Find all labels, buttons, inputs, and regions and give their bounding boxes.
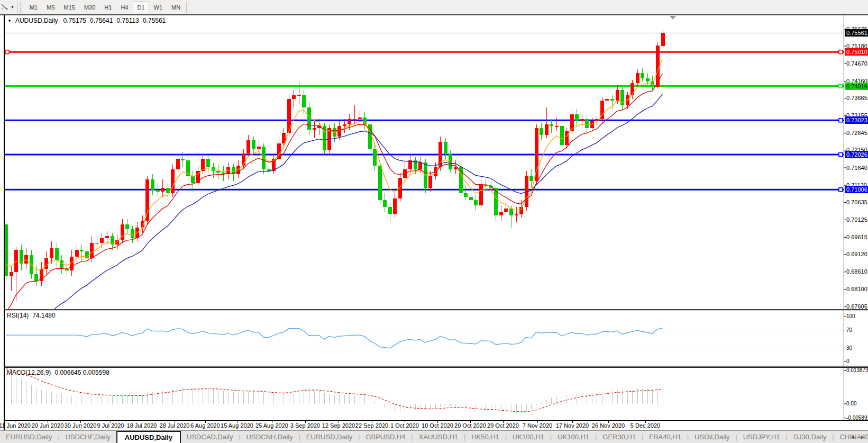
date-axis-label: 30 Jun 2020 (65, 422, 97, 429)
rsi-axis-label: 30 (846, 345, 852, 351)
date-axis-label: 5 Dec 2020 (631, 422, 660, 429)
hline-handle-right-0.73023 (839, 119, 843, 122)
rsi-line (6, 328, 663, 348)
ohlc-high: 0.75641 (90, 17, 113, 24)
price-axis-label: 0.70125 (846, 216, 867, 223)
date-axis-label: 18 Jul 2020 (127, 422, 157, 429)
tab-scroll-right-icon[interactable]: ► (860, 435, 865, 440)
price-chart-canvas[interactable] (0, 0, 868, 443)
date-axis-label: 6 Aug 2020 (190, 422, 220, 429)
date-axis-label: 25 Aug 2020 (255, 422, 288, 429)
date-axis-label: 22 Sep 2020 (355, 422, 388, 429)
rsi-indicator-value: 74.1480 (32, 312, 55, 319)
chart-tabs: EURUSD,Daily|USDCHF,DailyAUDUSD,DailyUSD… (0, 431, 868, 443)
date-axis-label: 1 Oct 2020 (390, 422, 419, 429)
date-axis-label: 11 Jun 2020 (0, 422, 31, 429)
price-axis-label: 0.73665 (846, 95, 867, 101)
price-axis-label: 0.69120 (846, 251, 867, 257)
window-left-border (4, 15, 5, 430)
tab-usdcnh-daily[interactable]: USDCNH,Daily (241, 431, 299, 443)
chart-symbol-period: AUDUSD,Daily (15, 17, 58, 24)
tab-xauusd-h1[interactable]: XAUUSD,H1 (413, 431, 464, 443)
rsi-panel-label: RSI(14)74.1480 (7, 312, 59, 319)
chart-title-dropdown-icon[interactable]: ▼ (7, 19, 12, 23)
badge-current-price: 0.75561 (845, 29, 868, 37)
macd-axis-label: 0.013873 (846, 367, 868, 373)
date-axis-label: 26 Nov 2020 (592, 422, 625, 429)
tab-uk100-h1[interactable]: UK100,H1 (552, 431, 595, 443)
tab-scroll-arrows: ◄ ► (845, 431, 865, 443)
rsi-axis-label: 0 (846, 358, 849, 364)
macd-panel-label: MACD(12,26,9)0.006645 0.005598 (7, 369, 113, 376)
ohlc-open: 0.75175 (63, 17, 86, 24)
date-axis-label: 17 Nov 2020 (556, 422, 589, 429)
price-axis-label: 0.68100 (846, 286, 867, 292)
price-axis-label: 0.72645 (846, 130, 867, 136)
macd-axis-label: -0.005891 (846, 415, 868, 421)
date-axis-label: 29 Oct 2020 (487, 422, 519, 429)
ma-line-5 (6, 59, 663, 270)
rsi-axis-label: 100 (846, 313, 855, 319)
hline-handle-right-0.72026 (839, 152, 843, 156)
badge-hline-0.74019: 0.74019 (845, 83, 868, 90)
hline-handle-right-0.74019 (839, 84, 843, 88)
tab-scroll-left-icon[interactable]: ◄ (850, 435, 855, 440)
rsi-indicator-name: RSI(14) (7, 312, 29, 319)
date-axis-label: 12 Sep 2020 (322, 422, 355, 429)
date-axis-label: 9 Jul 2020 (97, 422, 124, 429)
moving-averages-layer (6, 59, 663, 385)
tab-uk100-h1[interactable]: UK100,H1 (507, 431, 550, 443)
date-axis-label: 7 Nov 2020 (523, 422, 552, 429)
trading-terminal: ▼ M1M5M15M30H1H4D1W1MN ▼ AUDUSD,Daily 0.… (0, 0, 868, 443)
hline-handle-right-0.71006 (839, 188, 843, 192)
candles-layer (4, 30, 665, 301)
rsi-axis-label: 70 (846, 327, 852, 333)
tab-usoil-daily[interactable]: USOil,Daily (689, 431, 735, 443)
macd-indicator-values: 0.006645 0.005598 (54, 369, 109, 376)
tab-eurusd-daily[interactable]: EURUSD,Daily (0, 431, 58, 443)
price-axis-label: 0.69615 (846, 234, 867, 240)
ohlc-low: 0.75113 (116, 17, 139, 24)
tab-audusd-daily[interactable]: AUDUSD,Daily (116, 431, 181, 443)
tab-usdcad-daily[interactable]: USDCAD,Daily (181, 431, 239, 443)
price-axis-label: 0.68610 (846, 268, 867, 275)
date-axis-label: 10 Oct 2020 (422, 422, 453, 429)
badge-hline-0.75010: 0.75010 (845, 48, 868, 56)
tab-usdjpy-h1[interactable]: USDJPY,H1 (737, 431, 786, 443)
tab-usdchf-daily[interactable]: USDCHF,Daily (60, 431, 116, 443)
hline-handle-left-0.75010 (5, 50, 9, 54)
tab-eurusd-daily[interactable]: EURUSD,Daily (300, 431, 358, 443)
tab-fra40-h1[interactable]: FRA40,H1 (643, 431, 687, 443)
chart-shift-marker-icon (670, 16, 676, 20)
date-axis-label: 20 Oct 2020 (454, 422, 486, 429)
chart-title: ▼ AUDUSD,Daily 0.75175 0.75641 0.75113 0… (7, 17, 169, 24)
badge-hline-0.73023: 0.73023 (845, 116, 868, 124)
tab-dj30-daily[interactable]: DJ30,Daily (788, 431, 833, 443)
price-axis-label: 0.67605 (846, 303, 867, 310)
chart-tab-bar: EURUSD,Daily|USDCHF,DailyAUDUSD,DailyUSD… (0, 430, 868, 443)
price-axis-label: 0.74670 (846, 60, 867, 67)
tab-gbpusd-h4[interactable]: GBPUSD,H4 (360, 431, 411, 443)
hline-handle-right-0.75010 (839, 50, 843, 54)
macd-indicator-name: MACD(12,26,9) (7, 369, 51, 376)
ma-line-10 (6, 74, 663, 312)
macd-axis-label: 0.00 (846, 401, 856, 406)
price-axis-label: 0.70635 (846, 199, 867, 205)
date-axis-label: 15 Aug 2020 (221, 422, 253, 429)
ohlc-close: 0.75561 (143, 17, 166, 24)
date-axis-label: 3 Sep 2020 (290, 422, 320, 429)
badge-hline-0.71006: 0.71006 (845, 186, 868, 193)
badge-hline-0.72026: 0.72026 (845, 151, 868, 158)
tab-hk50-h1[interactable]: HK50,H1 (465, 431, 505, 443)
tab-ger30-h1[interactable]: GER30,H1 (597, 431, 642, 443)
date-axis-label: 20 Jun 2020 (32, 422, 64, 429)
price-axis-label: 0.71640 (846, 165, 867, 171)
date-axis-label: 28 Jul 2020 (160, 422, 190, 429)
